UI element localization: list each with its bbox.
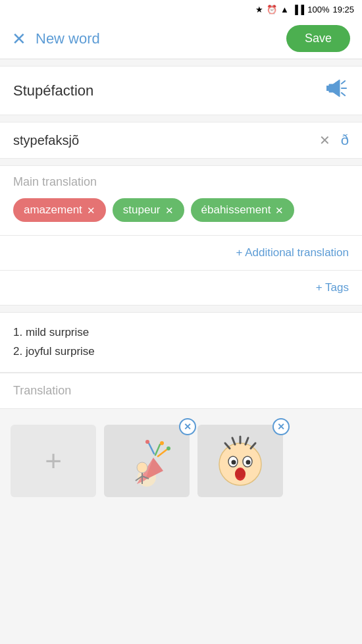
battery-label: 100% xyxy=(307,5,329,14)
image-item-face: ✕ xyxy=(197,425,283,497)
svg-marker-0 xyxy=(329,80,340,97)
header-left: ✕ New word xyxy=(12,30,100,47)
remove-image-face[interactable]: ✕ xyxy=(272,418,290,435)
translation-input-section[interactable]: Translation xyxy=(0,373,362,409)
tag-label: ébahissement xyxy=(201,203,271,217)
image-item-party: ✕ xyxy=(104,425,190,497)
time-label: 19:25 xyxy=(332,5,354,14)
notes-section: 1. mild surprise 2. joyful surprise xyxy=(0,312,362,373)
svg-point-29 xyxy=(235,469,246,478)
phonetic-field: stypefaksjõ ✕ ð xyxy=(0,122,362,159)
header: ✕ New word Save xyxy=(0,18,362,59)
word-text: Stupéfaction xyxy=(13,82,93,99)
alarm-icon: ⏰ xyxy=(267,5,277,14)
speaker-icon[interactable] xyxy=(325,78,349,103)
tag-remove-ebahissement[interactable]: ✕ xyxy=(275,205,284,215)
tag-ebahissement: ébahissement ✕ xyxy=(191,198,295,222)
save-button[interactable]: Save xyxy=(286,25,350,52)
translation-placeholder: Main translation xyxy=(13,175,349,189)
party-illustration xyxy=(104,425,190,497)
svg-line-21 xyxy=(246,438,248,444)
phonetic-clear-button[interactable]: ✕ xyxy=(319,132,330,148)
images-section: + ✕ xyxy=(0,416,362,506)
phonetic-symbol-icon[interactable]: ð xyxy=(341,132,349,149)
tags-link-section: + Tags xyxy=(0,271,362,306)
tag-stupeur: stupeur ✕ xyxy=(113,198,184,222)
svg-point-27 xyxy=(246,460,251,464)
svg-point-11 xyxy=(160,441,164,445)
tags-link[interactable]: + Tags xyxy=(316,281,349,294)
status-bar: ★ ⏰ ▲ ▐▐ 100% 19:25 xyxy=(0,0,362,18)
main-content: Stupéfaction stypefaksjõ ✕ ð Main transl… xyxy=(0,66,362,506)
svg-point-26 xyxy=(232,460,236,464)
close-button[interactable]: ✕ xyxy=(12,30,26,47)
phonetic-text: stypefaksjõ xyxy=(13,133,319,148)
status-icons: ★ ⏰ ▲ ▐▐ 100% 19:25 xyxy=(255,5,354,14)
tag-remove-amazement[interactable]: ✕ xyxy=(87,205,95,215)
svg-line-10 xyxy=(149,443,154,454)
svg-line-20 xyxy=(232,438,235,444)
signal-icon: ▐▐ xyxy=(292,5,304,14)
tag-label: stupeur xyxy=(123,203,161,217)
svg-line-9 xyxy=(158,450,167,456)
wifi-icon: ▲ xyxy=(280,5,289,14)
tags-area: amazement ✕ stupeur ✕ ébahissement ✕ xyxy=(13,198,349,222)
svg-point-12 xyxy=(167,446,170,450)
header-title: New word xyxy=(36,30,100,47)
face-illustration xyxy=(197,425,283,497)
notes-line-1: 1. mild surprise xyxy=(13,323,349,342)
tag-label: amazement xyxy=(24,203,82,217)
additional-translation-link[interactable]: + Additional translation xyxy=(236,246,349,259)
remove-image-party[interactable]: ✕ xyxy=(179,418,196,435)
additional-translation-section: + Additional translation xyxy=(0,236,362,271)
svg-line-4 xyxy=(342,93,345,95)
word-field: Stupéfaction xyxy=(0,66,362,115)
translation-input-placeholder: Translation xyxy=(13,384,71,397)
tag-amazement: amazement ✕ xyxy=(13,198,106,222)
notes-line-2: 2. joyful surprise xyxy=(13,342,349,362)
svg-point-13 xyxy=(145,440,149,444)
tag-remove-stupeur[interactable]: ✕ xyxy=(165,205,174,215)
svg-line-8 xyxy=(155,444,160,455)
translation-section: Main translation amazement ✕ stupeur ✕ é… xyxy=(0,165,362,236)
svg-rect-1 xyxy=(326,86,330,91)
svg-line-2 xyxy=(342,81,345,84)
bluetooth-icon: ★ xyxy=(255,5,263,14)
add-icon: + xyxy=(45,444,62,477)
add-image-button[interactable]: + xyxy=(11,425,96,497)
svg-point-14 xyxy=(137,462,147,473)
